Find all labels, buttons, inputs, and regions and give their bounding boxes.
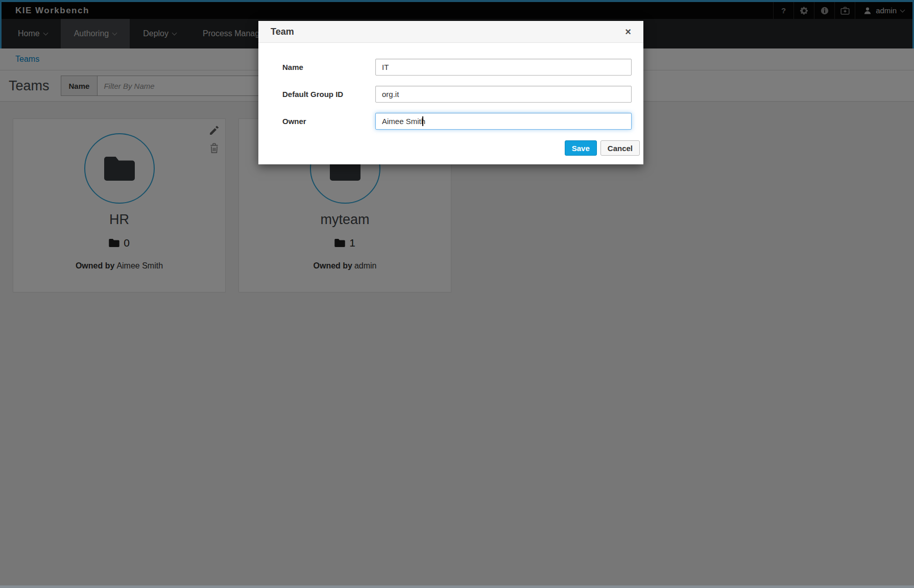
team-dialog: Team × Name Default Group ID Owner xyxy=(258,21,643,164)
name-field-label: Name xyxy=(282,63,375,71)
app-window: KIE Workbench ? xyxy=(0,0,914,588)
owner-field-label: Owner xyxy=(282,117,375,126)
owner-field[interactable] xyxy=(375,113,632,130)
dialog-title: Team xyxy=(271,27,294,37)
dialog-header: Team × xyxy=(258,21,643,43)
horizontal-scrollbar[interactable] xyxy=(0,585,914,588)
close-icon[interactable]: × xyxy=(625,27,631,37)
default-group-id-field-label: Default Group ID xyxy=(282,90,375,99)
save-button[interactable]: Save xyxy=(565,140,597,156)
form-row-name: Name xyxy=(282,59,632,76)
text-cursor xyxy=(422,116,423,126)
form-row-owner: Owner xyxy=(282,113,632,130)
name-field[interactable] xyxy=(375,59,632,76)
dialog-footer: Save Cancel xyxy=(258,140,643,164)
cancel-button[interactable]: Cancel xyxy=(600,140,640,156)
default-group-id-field[interactable] xyxy=(375,86,632,103)
dialog-body: Name Default Group ID Owner xyxy=(258,43,643,130)
form-row-default-group-id: Default Group ID xyxy=(282,86,632,103)
